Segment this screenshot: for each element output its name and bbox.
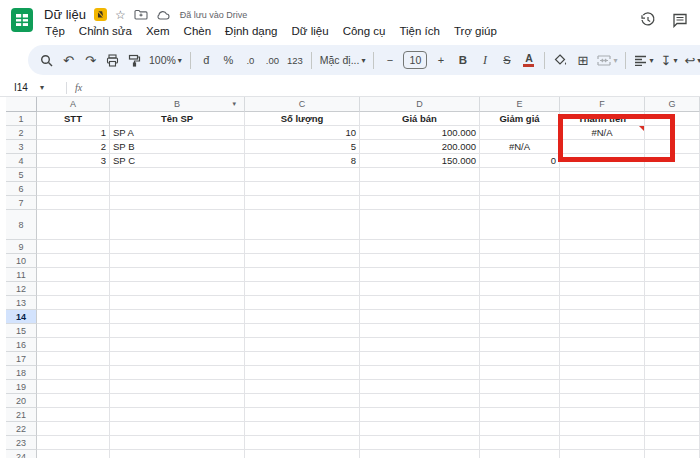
cell-D17[interactable]: [360, 352, 480, 366]
text-wrap-button[interactable]: ↩ ▾: [681, 49, 700, 71]
text-color-button[interactable]: A: [518, 49, 539, 71]
cell-E16[interactable]: [480, 338, 560, 352]
cell-G19[interactable]: [645, 380, 700, 394]
cell-C24[interactable]: [245, 450, 360, 458]
cell-G6[interactable]: [645, 182, 700, 196]
cell-B21[interactable]: [110, 408, 245, 422]
cell-C7[interactable]: [245, 196, 360, 210]
row-header-1[interactable]: 1: [6, 112, 37, 126]
row-header-9[interactable]: 9: [6, 240, 37, 254]
cell-C21[interactable]: [245, 408, 360, 422]
cell-E23[interactable]: [480, 436, 560, 450]
vertical-align-button[interactable]: ↧ ▾: [657, 49, 680, 71]
saved-to-drive-cloud-icon[interactable]: [156, 10, 170, 20]
increase-font-size-button[interactable]: +: [430, 49, 451, 71]
cell-F3[interactable]: [560, 140, 645, 154]
cell-F21[interactable]: [560, 408, 645, 422]
cell-E14[interactable]: [480, 310, 560, 324]
cell-A10[interactable]: [37, 254, 110, 268]
cell-B7[interactable]: [110, 196, 245, 210]
cell-G24[interactable]: [645, 450, 700, 458]
row-header-12[interactable]: 12: [6, 282, 37, 296]
cell-C14[interactable]: [245, 310, 360, 324]
number-format-button[interactable]: 123: [284, 49, 306, 71]
cell-D1[interactable]: Giá bán: [360, 112, 480, 126]
row-header-14[interactable]: 14: [6, 310, 37, 324]
cell-D14[interactable]: [360, 310, 480, 324]
cell-F8[interactable]: [560, 210, 645, 240]
cell-A15[interactable]: [37, 324, 110, 338]
row-header-24[interactable]: 24: [6, 450, 37, 458]
print-button[interactable]: [102, 49, 123, 71]
column-header-F[interactable]: F: [560, 97, 645, 112]
star-icon[interactable]: ☆: [115, 9, 126, 21]
cell-E8[interactable]: [480, 210, 560, 240]
cell-F15[interactable]: [560, 324, 645, 338]
cell-F10[interactable]: [560, 254, 645, 268]
cell-B4[interactable]: SP C: [110, 154, 245, 168]
cell-G23[interactable]: [645, 436, 700, 450]
cell-B15[interactable]: [110, 324, 245, 338]
cell-E3[interactable]: #N/A: [480, 140, 560, 154]
cell-A24[interactable]: [37, 450, 110, 458]
cell-B6[interactable]: [110, 182, 245, 196]
cell-C9[interactable]: [245, 240, 360, 254]
cell-B22[interactable]: [110, 422, 245, 436]
cell-C13[interactable]: [245, 296, 360, 310]
cell-E20[interactable]: [480, 394, 560, 408]
cell-F23[interactable]: [560, 436, 645, 450]
cell-G8[interactable]: [645, 210, 700, 240]
cell-G3[interactable]: [645, 140, 700, 154]
cell-A18[interactable]: [37, 366, 110, 380]
font-select[interactable]: Mặc đị... ▾: [317, 49, 369, 71]
cell-G14[interactable]: [645, 310, 700, 324]
row-header-18[interactable]: 18: [6, 366, 37, 380]
font-size-input[interactable]: 10: [403, 51, 427, 69]
cell-F20[interactable]: [560, 394, 645, 408]
cell-B19[interactable]: [110, 380, 245, 394]
cell-B5[interactable]: [110, 168, 245, 182]
cell-G16[interactable]: [645, 338, 700, 352]
cell-F2[interactable]: #N/A: [560, 126, 645, 140]
cell-A23[interactable]: [37, 436, 110, 450]
menu-tiện-ích[interactable]: Tiện ích: [392, 23, 446, 39]
cell-A17[interactable]: [37, 352, 110, 366]
cell-D23[interactable]: [360, 436, 480, 450]
cell-G2[interactable]: [645, 126, 700, 140]
cell-G17[interactable]: [645, 352, 700, 366]
merge-cells-button[interactable]: ▾: [594, 49, 620, 71]
cell-G18[interactable]: [645, 366, 700, 380]
cell-D16[interactable]: [360, 338, 480, 352]
cell-G20[interactable]: [645, 394, 700, 408]
cell-E11[interactable]: [480, 268, 560, 282]
cell-G1[interactable]: [645, 112, 700, 126]
cell-F18[interactable]: [560, 366, 645, 380]
cell-F19[interactable]: [560, 380, 645, 394]
column-header-B[interactable]: B▾: [110, 97, 245, 112]
cell-A5[interactable]: [37, 168, 110, 182]
increase-decimal-button[interactable]: .00: [262, 49, 283, 71]
row-header-8[interactable]: 8: [6, 210, 37, 240]
cell-B10[interactable]: [110, 254, 245, 268]
cell-D7[interactable]: [360, 196, 480, 210]
cell-D9[interactable]: [360, 240, 480, 254]
cell-A14[interactable]: [37, 310, 110, 324]
sheets-logo-icon[interactable]: [9, 7, 35, 33]
cell-D22[interactable]: [360, 422, 480, 436]
row-header-20[interactable]: 20: [6, 394, 37, 408]
menu-dữ-liệu[interactable]: Dữ liệu: [285, 23, 336, 39]
row-header-5[interactable]: 5: [6, 168, 37, 182]
row-header-22[interactable]: 22: [6, 422, 37, 436]
cell-C15[interactable]: [245, 324, 360, 338]
cell-E18[interactable]: [480, 366, 560, 380]
cell-D10[interactable]: [360, 254, 480, 268]
cell-E19[interactable]: [480, 380, 560, 394]
cell-D11[interactable]: [360, 268, 480, 282]
cell-D2[interactable]: 100.000: [360, 126, 480, 140]
cell-A21[interactable]: [37, 408, 110, 422]
menu-tệp[interactable]: Tệp: [38, 23, 72, 39]
cell-A6[interactable]: [37, 182, 110, 196]
cell-D18[interactable]: [360, 366, 480, 380]
cell-B24[interactable]: [110, 450, 245, 458]
cell-E5[interactable]: [480, 168, 560, 182]
